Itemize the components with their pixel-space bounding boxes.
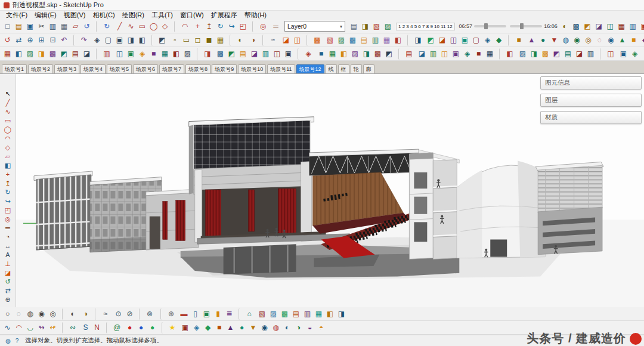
paint-bucket-icon[interactable]: ◧ xyxy=(3,161,13,170)
rectangle-icon[interactable]: ▭ xyxy=(3,116,13,125)
plugin-h-icon[interactable]: ▥ xyxy=(627,21,639,32)
extension-tool-33-icon[interactable]: ▤ xyxy=(398,48,416,60)
rotate-icon[interactable]: ↻ xyxy=(3,188,13,197)
extension-tool-30-icon[interactable]: ◨ xyxy=(361,48,372,60)
extension-tool-16-icon[interactable]: ▨ xyxy=(182,48,193,60)
offset-icon[interactable]: ◎ xyxy=(3,215,13,224)
display-monochrome-icon[interactable]: ◎ xyxy=(47,308,58,320)
ext-22-icon[interactable]: ◎ xyxy=(583,35,594,46)
extension-tool-20-icon[interactable]: ▤ xyxy=(237,48,249,60)
orbit-icon[interactable]: ↺ xyxy=(2,35,13,46)
rotate-icon[interactable]: ↻ xyxy=(215,21,226,32)
geolocation-icon[interactable]: ◍ xyxy=(4,336,13,345)
extension-tool-25-icon[interactable]: ◈ xyxy=(298,48,315,60)
ext-4-icon[interactable]: ▤ xyxy=(358,35,370,46)
open-file-icon[interactable]: ▤ xyxy=(13,21,24,32)
ext-h-icon[interactable]: ◨ xyxy=(336,308,347,320)
scene-tab-9[interactable]: 场景号9 xyxy=(212,64,237,73)
spline-icon[interactable]: N xyxy=(91,322,103,333)
plugin-f-icon[interactable]: ◫ xyxy=(605,21,616,32)
menu-item-1[interactable]: 文件(F) xyxy=(2,11,31,20)
follow-me-icon[interactable]: ↪ xyxy=(3,197,13,206)
push-pull-icon[interactable]: ↥ xyxy=(203,21,215,32)
extension-tool-45-icon[interactable]: ◩ xyxy=(551,48,562,60)
help-icon[interactable]: ? xyxy=(13,336,21,345)
extension-tool-3-icon[interactable]: ▨ xyxy=(24,48,36,60)
ext-18-icon[interactable]: ● xyxy=(537,35,549,46)
std-top-icon[interactable]: ⊘ xyxy=(124,308,135,320)
front-view-icon[interactable]: ▣ xyxy=(114,35,125,46)
save-icon[interactable]: ▣ xyxy=(24,21,36,32)
ext-21-icon[interactable]: ◉ xyxy=(571,35,583,46)
scene-tab-3[interactable]: 场景号3 xyxy=(54,64,79,73)
star-yellow-icon[interactable]: ★ xyxy=(162,322,179,333)
curve-1-icon[interactable]: ∿ xyxy=(2,322,13,333)
extension-tool-43-icon[interactable]: ◨ xyxy=(528,48,540,60)
ext-r-icon[interactable]: ◐ xyxy=(281,322,293,333)
std-front-icon[interactable]: ⊚ xyxy=(139,308,157,320)
pan-icon[interactable]: ⇄ xyxy=(13,35,24,46)
extension-tool-50-icon[interactable]: ▣ xyxy=(618,48,629,60)
ext-13-icon[interactable]: ▢ xyxy=(470,35,482,46)
ext-14-icon[interactable]: ◈ xyxy=(482,35,493,46)
plugin-a-icon[interactable]: ▧ xyxy=(371,21,382,32)
extension-tool-51-icon[interactable]: ◈ xyxy=(629,48,640,60)
plugin-b-icon[interactable]: ▨ xyxy=(382,21,394,32)
menu-item-8[interactable]: 扩展程序 xyxy=(208,11,241,20)
dimension-icon[interactable]: ↔ xyxy=(3,242,13,251)
ext-1-icon[interactable]: ▧ xyxy=(324,35,336,46)
extension-tool-35-icon[interactable]: ▥ xyxy=(428,48,439,60)
display-hidden-line-icon[interactable]: ◌ xyxy=(13,308,24,320)
viewport-3d[interactable]: 图元信息 图层 材质 xyxy=(16,74,644,307)
extension-tool-2-icon[interactable]: ◧ xyxy=(13,48,24,60)
extension-tool-10-icon[interactable]: ◫ xyxy=(114,48,125,60)
curve-5-icon[interactable]: ↫ xyxy=(47,322,58,333)
ext-m-icon[interactable]: ▲ xyxy=(225,322,236,333)
extension-tool-48-icon[interactable]: ▥ xyxy=(585,48,596,60)
curve-2-icon[interactable]: ◠ xyxy=(13,322,24,333)
extension-tool-44-icon[interactable]: ▩ xyxy=(540,48,551,60)
wireframe-mode-icon[interactable]: ▭ xyxy=(181,35,192,46)
extension-tool-29-icon[interactable]: ▨ xyxy=(349,48,361,60)
ext-3-icon[interactable]: ▩ xyxy=(347,35,358,46)
plugin-d-icon[interactable]: ◩ xyxy=(582,21,593,32)
tool-stair-icon[interactable]: ≣ xyxy=(224,308,235,320)
freehand-icon[interactable]: ∿ xyxy=(125,21,137,32)
move-icon[interactable]: + xyxy=(3,170,13,179)
polygon-icon[interactable]: ◇ xyxy=(159,21,171,32)
ext-j-icon[interactable]: ◈ xyxy=(191,322,202,333)
bezier-icon[interactable]: S xyxy=(80,322,91,333)
extension-tool-15-icon[interactable]: ◧ xyxy=(171,48,182,60)
fog-onoff-icon[interactable]: ≈ xyxy=(95,308,113,320)
extension-tool-17-icon[interactable]: ◨ xyxy=(197,48,215,60)
ext-e-icon[interactable]: ▥ xyxy=(302,308,313,320)
rectangle-icon[interactable]: ▭ xyxy=(137,21,148,32)
freehand-icon[interactable]: ∿ xyxy=(3,107,13,116)
menu-item-2[interactable]: 编辑(E) xyxy=(31,11,60,20)
shadow-onoff-icon[interactable]: ◑ xyxy=(80,308,91,320)
ext-n-icon[interactable]: ● xyxy=(236,322,247,333)
circle-icon[interactable]: ◯ xyxy=(3,125,13,134)
helix-icon[interactable]: @ xyxy=(106,322,124,333)
scene-tab-7[interactable]: 场景号7 xyxy=(159,64,184,73)
std-iso-icon[interactable]: ⊙ xyxy=(113,308,124,320)
extension-tool-24-icon[interactable]: ▣ xyxy=(283,48,294,60)
scene-tab-1[interactable]: 场景号1 xyxy=(2,64,27,73)
ext-g-icon[interactable]: ◧ xyxy=(324,308,336,320)
shadow-settings-icon[interactable]: ◐ xyxy=(559,21,571,32)
extension-tool-1-icon[interactable]: ▦ xyxy=(2,48,13,60)
settings-gear-icon[interactable]: ⊛ xyxy=(160,308,178,320)
ext-q-icon[interactable]: ◍ xyxy=(270,322,281,333)
extension-tool-14-icon[interactable]: ▦ xyxy=(159,48,171,60)
ext-19-icon[interactable]: ▼ xyxy=(549,35,560,46)
ext-5-icon[interactable]: ▥ xyxy=(370,35,381,46)
new-file-icon[interactable]: □ xyxy=(2,21,13,32)
tool-wall-icon[interactable]: ▬ xyxy=(178,308,190,320)
ext-c-icon[interactable]: ▩ xyxy=(279,308,290,320)
right-view-icon[interactable]: ◨ xyxy=(125,35,137,46)
circle-icon[interactable]: ◯ xyxy=(148,21,159,32)
shadow-date-slider[interactable] xyxy=(510,25,542,27)
color-by-layer-icon[interactable]: ◨ xyxy=(360,21,371,32)
extension-tool-32-icon[interactable]: ◩ xyxy=(383,48,395,60)
extension-tool-27-icon[interactable]: ▦ xyxy=(327,48,338,60)
